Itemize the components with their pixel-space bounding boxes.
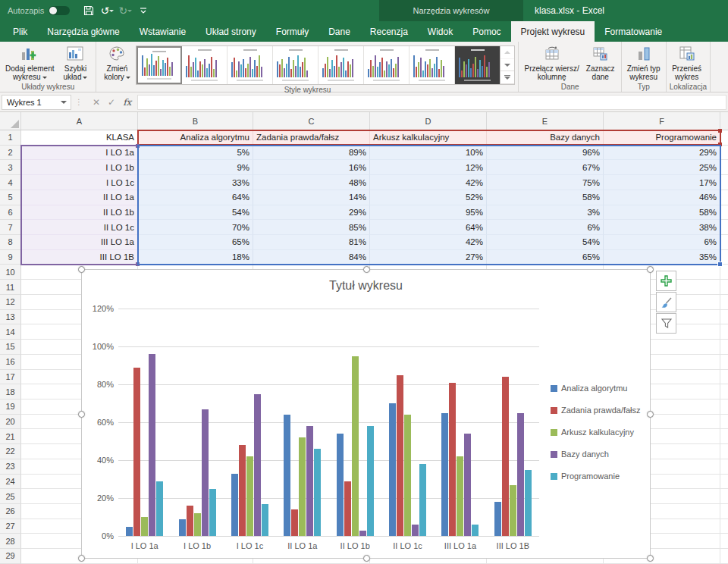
row-header-10[interactable]: 10	[0, 265, 21, 280]
row-header-16[interactable]: 16	[0, 355, 21, 370]
chart-bar[interactable]	[517, 413, 524, 537]
cell[interactable]: III LO 1B	[21, 250, 138, 265]
cell[interactable]	[720, 280, 728, 295]
row-header-15[interactable]: 15	[0, 340, 21, 355]
tab-dane[interactable]: Dane	[318, 21, 360, 42]
chart-bar[interactable]	[525, 470, 532, 537]
chart-bar[interactable]	[314, 449, 321, 536]
cell[interactable]: KLASA	[21, 130, 138, 146]
cell[interactable]: 25%	[604, 160, 720, 175]
cell[interactable]	[720, 400, 728, 415]
save-icon[interactable]	[80, 2, 97, 19]
cell[interactable]	[720, 429, 728, 444]
tab-plik[interactable]: Plik	[3, 21, 37, 42]
tab-formu-y[interactable]: Formuły	[266, 21, 318, 42]
chart-object[interactable]: Tytuł wykresu Analiza algorytmuZadania p…	[81, 269, 651, 559]
customize-quick-access-icon[interactable]	[135, 2, 152, 19]
chart-bar[interactable]	[194, 513, 201, 536]
tab-narz-dzia-g-wne[interactable]: Narzędzia główne	[37, 21, 129, 42]
chart-bar[interactable]	[367, 426, 374, 536]
cell[interactable]	[720, 519, 728, 534]
cell[interactable]	[720, 504, 728, 519]
column-header-e[interactable]: E	[487, 112, 604, 130]
cancel-entry-icon[interactable]: ✕	[93, 97, 100, 108]
cell[interactable]	[720, 370, 728, 385]
legend-item[interactable]: Bazy danych	[551, 450, 609, 459]
cell[interactable]	[720, 355, 728, 370]
cell[interactable]: 52%	[370, 190, 487, 205]
column-header-f[interactable]: F	[604, 112, 720, 130]
cell[interactable]	[720, 146, 728, 161]
cell[interactable]: 33%	[138, 175, 253, 190]
cell[interactable]	[720, 190, 728, 205]
cell[interactable]: 6%	[487, 220, 604, 235]
chart-elements-button[interactable]	[656, 271, 676, 291]
cell[interactable]	[720, 475, 728, 490]
cell[interactable]: 89%	[253, 146, 370, 161]
cell[interactable]: I LO 1c	[21, 175, 138, 190]
chart-bar[interactable]	[502, 377, 509, 536]
cell[interactable]: 58%	[604, 205, 720, 221]
cell[interactable]: II LO 1c	[21, 220, 138, 235]
tab-uk-ad-strony[interactable]: Układ strony	[196, 21, 266, 42]
cell[interactable]: 67%	[487, 160, 604, 175]
row-header-22[interactable]: 22	[0, 444, 21, 459]
cell[interactable]: 29%	[604, 146, 720, 161]
tab-widok[interactable]: Widok	[418, 21, 463, 42]
row-header-21[interactable]: 21	[0, 429, 21, 444]
cell[interactable]: Programowanie	[604, 130, 720, 146]
chart-bar[interactable]	[449, 383, 456, 537]
gallery-more-button[interactable]	[500, 71, 514, 84]
change-colors-button[interactable]: Zmień kolory	[99, 44, 134, 82]
cell[interactable]: Analiza algorytmu	[138, 130, 253, 146]
cell[interactable]: III LO 1a	[21, 235, 138, 250]
switch-row-column-button[interactable]: Przełącz wiersz/ kolumnę	[522, 44, 581, 82]
cell[interactable]	[720, 415, 728, 430]
cell[interactable]: 46%	[604, 190, 720, 205]
chart-bar[interactable]	[472, 525, 479, 536]
row-header-6[interactable]: 6	[0, 205, 21, 221]
cell[interactable]: 6%	[604, 235, 720, 250]
chart-bar[interactable]	[156, 481, 163, 537]
resize-handle[interactable]	[363, 266, 370, 273]
chart-style-thumbnail[interactable]	[136, 46, 182, 84]
cell[interactable]	[720, 250, 728, 265]
chart-bar[interactable]	[344, 481, 351, 537]
resize-handle[interactable]	[647, 411, 654, 418]
cell[interactable]: 70%	[138, 220, 253, 235]
chart-style-thumbnail[interactable]	[318, 46, 364, 84]
row-header-13[interactable]: 13	[0, 310, 21, 325]
tab-recenzja[interactable]: Recenzja	[360, 21, 418, 42]
chart-bar[interactable]	[187, 506, 193, 536]
cell[interactable]: 84%	[253, 250, 370, 265]
gallery-scroll-down-button[interactable]	[500, 59, 514, 72]
insert-function-icon[interactable]: fx	[123, 97, 131, 108]
cell[interactable]: 81%	[253, 235, 370, 250]
tab-projekt-wykresu[interactable]: Projekt wykresu	[511, 21, 595, 42]
chart-bar[interactable]	[397, 375, 403, 537]
cell[interactable]: 64%	[138, 190, 253, 205]
cell[interactable]	[720, 205, 728, 221]
cell[interactable]: 17%	[604, 175, 720, 190]
legend-item[interactable]: Zadania prawda/fałsz	[551, 406, 641, 415]
tab-formatowanie[interactable]: Formatowanie	[595, 21, 672, 42]
select-data-button[interactable]: Zaznacz dane	[583, 44, 618, 82]
column-header-partial[interactable]	[720, 112, 728, 130]
chart-style-thumbnail[interactable]	[455, 46, 500, 84]
cell[interactable]: Arkusz kalkulacyjny	[370, 130, 487, 146]
row-header-25[interactable]: 25	[0, 489, 21, 504]
row-header-3[interactable]: 3	[0, 160, 21, 175]
chart-bar[interactable]	[246, 456, 253, 536]
legend-item[interactable]: Analiza algorytmu	[551, 384, 627, 393]
row-header-17[interactable]: 17	[0, 370, 21, 385]
row-header-18[interactable]: 18	[0, 384, 21, 400]
chart-style-thumbnail[interactable]	[182, 46, 228, 84]
cell[interactable]: 65%	[487, 250, 604, 265]
add-chart-element-button[interactable]: Dodaj element wykresu	[3, 44, 56, 82]
column-header-c[interactable]: C	[253, 112, 370, 130]
row-header-1[interactable]: 1	[0, 130, 21, 146]
row-header-14[interactable]: 14	[0, 324, 21, 340]
cell[interactable]	[720, 340, 728, 355]
name-box[interactable]: Wykres 1	[2, 95, 71, 110]
chart-bar[interactable]	[306, 426, 313, 536]
